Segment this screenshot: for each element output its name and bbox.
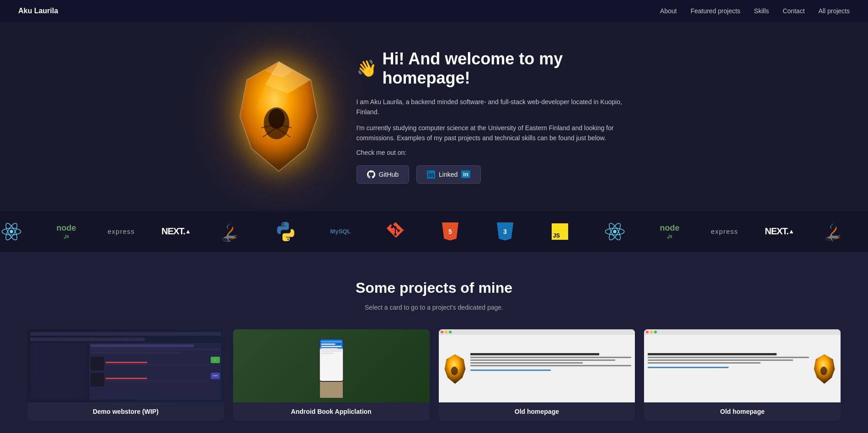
project-card-3-image [439,329,635,402]
java-icon [219,220,242,243]
hero-section: 👋 Hi! And welcome to my homepage! I am A… [0,22,868,211]
nav-link-about[interactable]: About [660,7,677,15]
ticker-css3: 3 [494,220,517,243]
js-icon: JS [548,220,571,243]
project-card-4-image [644,329,841,402]
linkedin-in-badge: in [461,170,470,178]
react-icon [0,220,23,243]
git-icon [384,220,407,243]
ticker-java [219,220,242,243]
ticker-react-2 [603,220,626,243]
hero-image [229,53,329,180]
project-card-2[interactable]: Android Book Appliclation [233,329,430,421]
hero-description-2: I'm currently studying computer science … [357,123,640,143]
mysql-icon: MySQL [329,220,352,243]
svg-point-12 [10,230,13,233]
linkedin-button[interactable]: Linkedin [416,165,481,184]
project-card-3[interactable]: Old homepage [439,329,635,421]
project-card-4[interactable]: Old homepage [644,329,841,421]
project-card-3-title: Old homepage [439,402,635,421]
projects-section: Some projects of mine Select a card to g… [0,252,868,433]
nav-link-all-projects[interactable]: All projects [819,7,850,15]
ticker-next: NEXT.▲ [165,220,187,243]
ticker-git [384,220,407,243]
ticker-nodejs-2: node .js [658,220,681,243]
ticker-mysql: MySQL [329,220,352,243]
ticker-express-2: express [713,220,736,243]
amber-gem-image [233,57,325,176]
ticker-java-2 [823,220,846,243]
ticker-next-2: NEXT.▲ [768,220,791,243]
hero-description-1: I am Aku Laurila, a backend minded softw… [357,97,640,117]
linkedin-icon [427,170,435,179]
python-icon [274,220,297,243]
project-card-2-image [233,329,430,402]
tech-ticker: node .js express NEXT.▲ [0,211,868,252]
svg-point-23 [820,366,827,375]
project-card-4-title: Old homepage [644,402,841,421]
ticker-nodejs: node .js [55,220,78,243]
ticker-express: express [110,220,133,243]
ticker-html5: 5 [439,220,462,243]
express-icon: express [110,220,133,243]
css3-icon: 3 [494,220,517,243]
project-card-1-title: Demo webstore (WIP) [27,402,224,421]
project-card-2-title: Android Book Appliclation [233,402,430,421]
ticker-js: JS [548,220,571,243]
navbar: Aku Laurila AboutFeatured projectsSkills… [0,0,868,22]
svg-point-21 [451,366,458,375]
hero-check-out: Check me out on: [357,149,640,156]
ticker-track: node .js express NEXT.▲ [0,220,868,243]
wave-emoji: 👋 [357,59,377,78]
projects-subtitle: Select a card to go to a project's dedic… [27,304,841,311]
nav-link-contact[interactable]: Contact [783,7,804,15]
ticker-python [274,220,297,243]
github-button[interactable]: GitHub [357,165,410,184]
hero-title: 👋 Hi! And welcome to my homepage! [357,49,640,88]
projects-title: Some projects of mine [27,280,841,296]
hero-content: 👋 Hi! And welcome to my homepage! I am A… [357,49,640,184]
nodejs-icon: node .js [55,220,78,243]
nav-links: AboutFeatured projectsSkillsContactAll p… [660,7,850,15]
express-icon-2: express [713,220,736,243]
svg-point-16 [613,230,616,233]
java-icon-2 [823,220,846,243]
ticker-react [0,220,23,243]
projects-grid: + NOW [27,329,841,421]
next-icon-2: NEXT.▲ [768,220,791,243]
html5-icon: 5 [439,220,462,243]
react-icon-2 [603,220,626,243]
project-card-1-image: + NOW [27,329,224,402]
github-icon [367,170,375,179]
nodejs-icon-2: node .js [658,220,681,243]
project-card-1[interactable]: + NOW [27,329,224,421]
next-icon: NEXT.▲ [165,220,187,243]
nav-link-featured-projects[interactable]: Featured projects [691,7,740,15]
nav-link-skills[interactable]: Skills [754,7,769,15]
site-logo[interactable]: Aku Laurila [18,7,58,15]
hero-buttons: GitHub Linkedin [357,165,640,184]
